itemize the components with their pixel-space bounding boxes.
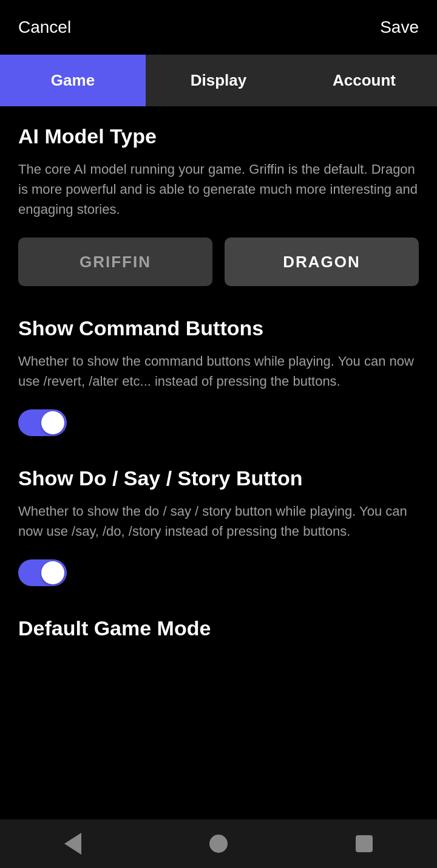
- ai-model-type-section: AI Model Type The core AI model running …: [18, 125, 419, 286]
- show-command-buttons-desc: Whether to show the command buttons whil…: [18, 351, 419, 391]
- show-do-say-story-desc: Whether to show the do / say / story but…: [18, 501, 419, 541]
- do-say-story-toggle-knob: [41, 561, 64, 584]
- dragon-button[interactable]: DRAGON: [225, 238, 419, 286]
- model-buttons-container: GRIFFIN DRAGON: [18, 238, 419, 286]
- show-command-buttons-section: Show Command Buttons Whether to show the…: [18, 316, 419, 436]
- show-do-say-story-section: Show Do / Say / Story Button Whether to …: [18, 466, 419, 586]
- recents-nav-button[interactable]: [356, 835, 373, 852]
- command-buttons-toggle[interactable]: [18, 409, 67, 436]
- ai-model-type-title: AI Model Type: [18, 125, 419, 148]
- command-buttons-toggle-container: [18, 409, 419, 436]
- do-say-story-toggle-container: [18, 559, 419, 586]
- tab-bar: Game Display Account: [0, 55, 437, 106]
- command-buttons-toggle-knob: [41, 411, 64, 434]
- back-nav-button[interactable]: [64, 833, 81, 855]
- back-icon: [64, 833, 81, 855]
- tab-account[interactable]: Account: [291, 55, 437, 106]
- home-icon: [209, 835, 228, 853]
- square-icon: [356, 835, 373, 852]
- tab-game[interactable]: Game: [0, 55, 146, 106]
- default-game-mode-section: Default Game Mode: [18, 617, 419, 640]
- cancel-button[interactable]: Cancel: [18, 18, 71, 37]
- default-game-mode-title: Default Game Mode: [18, 617, 419, 640]
- save-button[interactable]: Save: [380, 18, 419, 37]
- do-say-story-toggle[interactable]: [18, 559, 67, 586]
- ai-model-type-desc: The core AI model running your game. Gri…: [18, 159, 419, 219]
- home-nav-button[interactable]: [209, 835, 228, 853]
- content-area: AI Model Type The core AI model running …: [0, 106, 437, 731]
- bottom-nav: [0, 819, 437, 868]
- show-command-buttons-title: Show Command Buttons: [18, 316, 419, 340]
- griffin-button[interactable]: GRIFFIN: [18, 238, 212, 286]
- tab-display[interactable]: Display: [146, 55, 291, 106]
- top-bar: Cancel Save: [0, 0, 437, 55]
- show-do-say-story-title: Show Do / Say / Story Button: [18, 466, 419, 490]
